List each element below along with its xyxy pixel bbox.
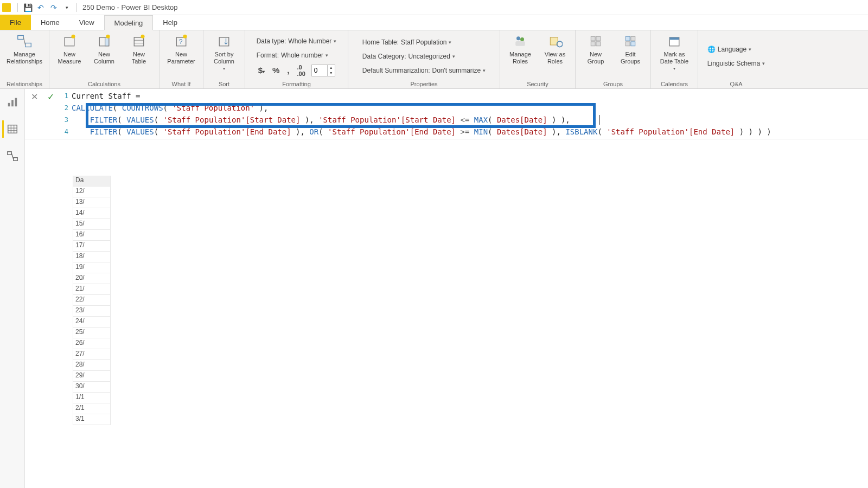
decimal-format-button[interactable]: .0.00 [295,64,307,77]
chevron-down-icon: ▾ [326,53,328,58]
view-rail [0,89,25,488]
label: Sort by Column [214,51,234,65]
decimal-input[interactable] [312,67,327,74]
label: Data type: [257,37,286,45]
new-table-button[interactable]: New Table [124,33,154,65]
table-cell[interactable]: 23/ [73,306,111,317]
svg-rect-26 [631,36,635,41]
table-cell[interactable]: 12/ [73,187,111,197]
table-cell[interactable]: 20/ [73,273,111,284]
model-view-button[interactable] [4,147,21,165]
table-cell[interactable]: 19/ [73,262,111,273]
line-number: 4 [60,126,72,138]
ribbon-group-sort: Sort by Column ▾ Sort [203,30,245,88]
mark-as-date-table-button[interactable]: Mark as Date Table ▾ [656,33,692,72]
table-cell[interactable]: 13/ [73,197,111,208]
table-cell[interactable]: 29/ [73,371,111,382]
svg-rect-1 [25,43,31,47]
table-cell[interactable]: 14/ [73,208,111,219]
editor-line[interactable]: 1Current Staff = [60,90,868,102]
table-cell[interactable]: 30/ [73,382,111,393]
new-parameter-button[interactable]: ? New Parameter [165,33,197,65]
tab-view[interactable]: View [69,15,104,30]
linguistic-schema-dropdown[interactable]: Linguistic Schema ▾ [707,57,765,69]
label: Edit Groups [621,51,640,65]
sort-by-column-button[interactable]: Sort by Column ▾ [209,33,239,72]
default-summarization-dropdown[interactable]: Default Summarization: Don't summarize ▾ [362,65,486,76]
table-cell[interactable]: 1/1 [73,393,111,403]
save-icon[interactable]: 💾 [22,2,33,13]
redo-icon[interactable]: ↷ [48,2,59,13]
code-content[interactable]: Current Staff = [72,90,140,102]
manage-relationships-button[interactable]: Manage Relationships [5,33,43,65]
svg-rect-3 [65,37,74,46]
table-cell[interactable]: 28/ [73,360,111,371]
ribbon-group-groups: New Group Edit Groups Groups [576,30,651,88]
data-type-dropdown[interactable]: Data type: Whole Number ▾ [257,35,337,47]
line-number: 3 [60,114,72,126]
svg-rect-21 [591,36,595,41]
new-group-button[interactable]: New Group [581,33,610,65]
report-view-button[interactable] [4,93,21,111]
table-cell[interactable]: 22/ [73,295,111,306]
code-content[interactable]: FILTER( VALUES( 'Staff Population'[Start… [72,114,570,126]
editor-line[interactable]: 4 FILTER( VALUES( 'Staff Population'[End… [60,126,868,138]
new-column-button[interactable]: New Column [90,33,119,65]
view-as-roles-button[interactable]: View as Roles [540,33,570,65]
code-content[interactable]: CALCULATE( COUNTROWS( 'Staff Population'… [72,102,268,114]
decimal-places-stepper[interactable]: ▲▼ [311,65,335,76]
table-cell[interactable]: 16/ [73,230,111,241]
chevron-down-icon: ▾ [483,68,486,73]
new-measure-button[interactable]: New Measure [55,33,84,65]
parameter-icon: ? [173,33,190,50]
home-table-dropdown[interactable]: Home Table: Staff Population ▾ [362,36,452,48]
svg-rect-18 [515,41,525,46]
group-label: Calculations [88,80,120,87]
commit-formula-button[interactable]: ✓ [44,91,56,102]
edit-groups-button[interactable]: Edit Groups [616,33,645,65]
table-cell[interactable]: 24/ [73,317,111,328]
table-cell[interactable]: 25/ [73,328,111,338]
tab-home[interactable]: Home [31,15,69,30]
manage-roles-button[interactable]: Manage Roles [506,33,535,65]
svg-rect-32 [11,100,14,106]
percent-format-button[interactable]: % [271,66,281,75]
value: Whole number [281,52,323,59]
chevron-down-icon: ▾ [334,38,336,44]
file-tab[interactable]: File [0,15,31,30]
edit-groups-icon [622,33,639,50]
tab-modeling[interactable]: Modeling [104,15,154,30]
group-label: Q&A [730,80,742,87]
label: Linguistic Schema [707,60,760,67]
ribbon-group-properties: Home Table: Staff Population ▾ Data Cate… [348,30,500,88]
table-cell[interactable]: 27/ [73,349,111,360]
table-cell[interactable]: 17/ [73,241,111,252]
data-category-dropdown[interactable]: Data Category: Uncategorized ▾ [362,50,455,62]
dax-editor[interactable]: 1Current Staff =2CALCULATE( COUNTROWS( '… [60,89,868,139]
table-cell[interactable]: 26/ [73,338,111,349]
currency-format-button[interactable]: $▾ [257,66,266,75]
table-cell[interactable]: 3/1 [73,414,111,425]
table-cell[interactable]: 15/ [73,219,111,230]
qat-dropdown-icon[interactable]: ▾ [61,2,72,13]
language-dropdown[interactable]: 🌐 Language ▾ [707,43,751,55]
undo-icon[interactable]: ↶ [35,2,46,13]
spin-up-icon[interactable]: ▲ [328,65,335,70]
comma-format-button[interactable]: , [285,66,291,75]
spin-down-icon[interactable]: ▼ [328,70,335,76]
code-content[interactable]: FILTER( VALUES( 'Staff Population'[End D… [72,126,771,138]
svg-rect-25 [626,36,630,41]
format-dropdown[interactable]: Format: Whole number ▾ [257,49,328,61]
cancel-formula-button[interactable]: ✕ [28,91,40,102]
column-header[interactable]: Da [73,176,111,187]
table-cell[interactable]: 18/ [73,252,111,262]
editor-line[interactable]: 3 FILTER( VALUES( 'Staff Population'[Sta… [60,114,868,126]
group-label: Security [527,80,548,87]
ribbon-group-security: Manage Roles View as Roles Security [500,30,576,88]
table-cell[interactable]: 21/ [73,284,111,295]
data-view-button[interactable] [2,120,21,138]
relationships-icon [16,33,33,50]
table-cell[interactable]: 2/1 [73,403,111,414]
tab-help[interactable]: Help [153,15,187,30]
editor-line[interactable]: 2CALCULATE( COUNTROWS( 'Staff Population… [60,102,868,114]
